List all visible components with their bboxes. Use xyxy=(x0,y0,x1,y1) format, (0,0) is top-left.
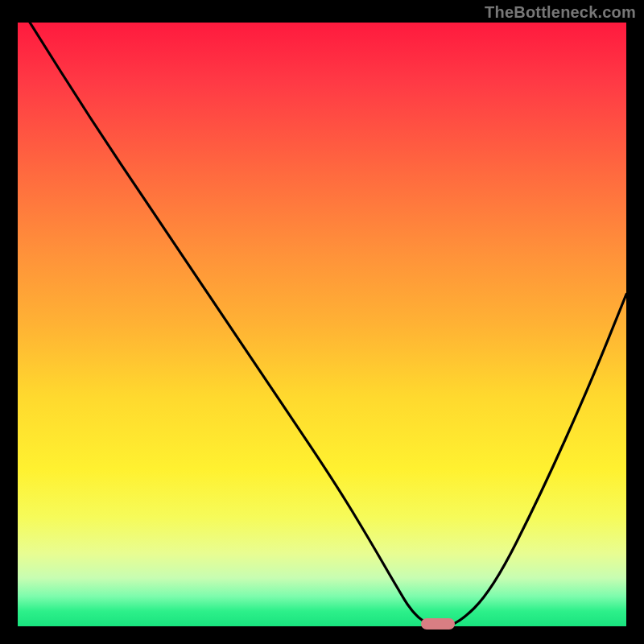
optimal-marker xyxy=(421,618,455,630)
plot-area xyxy=(18,23,626,626)
bottleneck-curve xyxy=(18,23,626,626)
chart-frame xyxy=(0,0,644,644)
watermark-text: TheBottleneck.com xyxy=(485,3,636,22)
